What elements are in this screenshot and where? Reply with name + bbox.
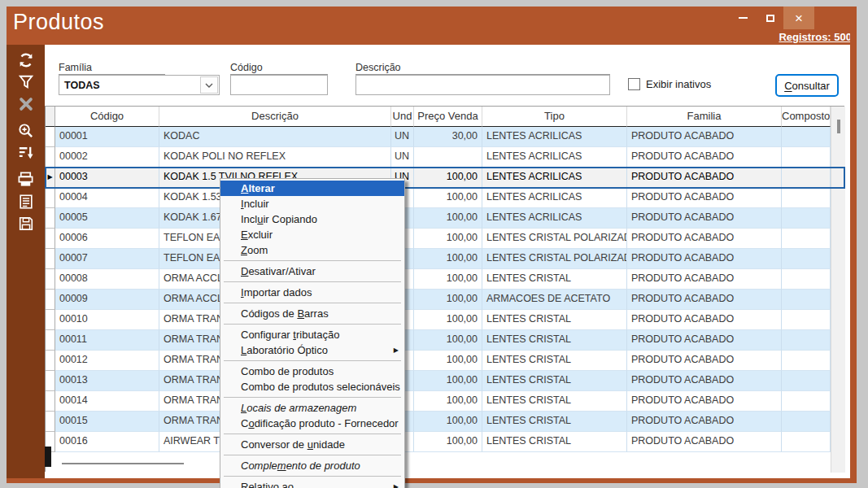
table-cell[interactable]: PRODUTO ACABADO — [627, 351, 782, 371]
table-row[interactable]: 00002KODAK POLI NO REFLEXUNLENTES ACRILI… — [46, 147, 844, 168]
table-cell[interactable]: LENTES ACRILICAS — [482, 188, 627, 208]
context-menu-item[interactable]: Desativar/Ativar — [220, 264, 404, 279]
context-menu-item[interactable]: Locais de armazenagem — [220, 400, 404, 416]
table-row[interactable]: 00016AIRWEAR TRANS100,00LENTES CRISTALPR… — [46, 432, 844, 452]
table-cell[interactable]: PRODUTO ACABADO — [627, 229, 782, 249]
table-cell[interactable]: 100,00 — [414, 412, 482, 432]
table-cell[interactable]: LENTES CRISTAL — [482, 310, 627, 330]
table-cell[interactable]: UN — [391, 147, 414, 168]
exibir-inativos-checkbox[interactable] — [628, 78, 640, 90]
table-row[interactable]: 00011ORMA TRANSITI100,00LENTES CRISTALPR… — [46, 330, 844, 351]
close-button[interactable]: × — [783, 7, 814, 29]
table-cell[interactable] — [782, 147, 831, 168]
table-cell[interactable] — [782, 208, 831, 229]
table-cell[interactable] — [782, 229, 831, 249]
table-cell[interactable]: LENTES CRISTAL — [482, 351, 627, 371]
table-cell[interactable]: PRODUTO ACABADO — [627, 290, 782, 310]
table-cell[interactable]: 100,00 — [414, 168, 482, 188]
table-cell[interactable]: PRODUTO ACABADO — [627, 188, 782, 208]
table-cell[interactable]: PRODUTO ACABADO — [627, 330, 782, 351]
column-header[interactable]: Composto — [782, 107, 831, 127]
table-cell[interactable]: 00011 — [55, 330, 159, 351]
table-cell[interactable] — [414, 147, 482, 168]
sort-button[interactable] — [7, 142, 45, 163]
table-row[interactable]: 00013ORMA TRANSITI100,00LENTES CRISTALPR… — [46, 371, 844, 391]
table-row[interactable]: 00015ORMA TRANSITI100,00LENTES CRISTALPR… — [46, 412, 844, 432]
table-cell[interactable]: LENTES CRISTAL POLARIZADAS — [482, 229, 627, 249]
column-header[interactable]: Familia — [627, 107, 782, 127]
table-cell[interactable]: LENTES CRISTAL — [482, 330, 627, 351]
table-cell[interactable]: 100,00 — [414, 269, 482, 290]
table-cell[interactable]: 00005 — [55, 208, 159, 229]
table-cell[interactable]: LENTES ACRILICAS — [482, 168, 627, 188]
table-cell[interactable]: 00010 — [55, 310, 159, 330]
column-header[interactable]: Descrição — [159, 107, 391, 127]
table-cell[interactable]: 00012 — [55, 351, 159, 371]
context-menu-item[interactable]: Incluir Copiando — [220, 211, 404, 227]
table-cell[interactable]: LENTES ACRILICAS — [482, 127, 627, 147]
context-menu-item[interactable]: Incluir — [220, 196, 404, 211]
table-cell[interactable]: PRODUTO ACABADO — [627, 412, 782, 432]
table-cell[interactable] — [782, 290, 831, 310]
table-cell[interactable]: 30,00 — [414, 127, 482, 147]
cancel-button[interactable] — [7, 93, 45, 115]
table-cell[interactable]: KODAK POLI NO REFLEX — [159, 147, 391, 168]
table-row[interactable]: 00008ORMA ACCLIMA100,00LENTES CRISTALPRO… — [46, 269, 844, 290]
table-cell[interactable]: 00016 — [55, 432, 159, 452]
table-cell[interactable] — [782, 412, 831, 432]
context-menu-item[interactable]: Laboratório Óptico▶ — [220, 342, 404, 358]
table-cell[interactable] — [782, 371, 831, 391]
table-cell[interactable] — [782, 310, 831, 330]
table-cell[interactable]: LENTES CRISTAL — [482, 371, 627, 391]
table-cell[interactable]: PRODUTO ACABADO — [627, 168, 782, 188]
table-row[interactable]: 00012ORMA TRANSITI100,00LENTES CRISTALPR… — [46, 351, 844, 371]
table-cell[interactable]: ARMACOES DE ACETATO — [482, 290, 627, 310]
table-cell[interactable]: 100,00 — [414, 208, 482, 229]
table-cell[interactable]: LENTES CRISTAL POLARIZADAS — [482, 249, 627, 269]
context-menu-item[interactable]: Excluir — [220, 227, 404, 242]
table-row[interactable]: 00001KODACUN30,00LENTES ACRILICASPRODUTO… — [46, 127, 844, 147]
column-header[interactable]: Tipo — [482, 107, 627, 127]
print-button[interactable] — [7, 168, 45, 190]
table-cell[interactable] — [782, 330, 831, 351]
table-cell[interactable] — [782, 188, 831, 208]
table-cell[interactable]: 00008 — [55, 269, 159, 290]
table-cell[interactable]: PRODUTO ACABADO — [627, 208, 782, 229]
table-cell[interactable]: 00002 — [55, 147, 159, 168]
table-cell[interactable]: KODAC — [159, 127, 391, 147]
descricao-input[interactable] — [355, 75, 610, 95]
table-cell[interactable] — [782, 249, 831, 269]
familia-select[interactable]: TODAS — [59, 75, 220, 95]
column-header[interactable]: Und — [391, 107, 414, 127]
context-menu-item[interactable]: Combo de produtos — [220, 364, 404, 379]
horizontal-scrollbar[interactable] — [46, 452, 831, 473]
table-cell[interactable]: 100,00 — [414, 310, 482, 330]
table-cell[interactable]: PRODUTO ACABADO — [627, 310, 782, 330]
table-cell[interactable] — [782, 269, 831, 290]
consultar-button[interactable]: Consultar — [775, 74, 839, 97]
context-menu-item[interactable]: Alterar — [220, 181, 404, 196]
table-row[interactable]: 00007TEFLON EASY CA100,00LENTES CRISTAL … — [46, 249, 844, 269]
table-cell[interactable]: PRODUTO ACABADO — [627, 432, 782, 452]
table-cell[interactable] — [782, 127, 831, 147]
table-cell[interactable]: 100,00 — [414, 290, 482, 310]
table-cell[interactable]: PRODUTO ACABADO — [627, 269, 782, 290]
table-cell[interactable] — [782, 351, 831, 371]
table-cell[interactable]: 100,00 — [414, 188, 482, 208]
table-cell[interactable]: 100,00 — [414, 330, 482, 351]
table-cell[interactable] — [782, 432, 831, 452]
vertical-scrollbar[interactable] — [831, 107, 845, 473]
horizontal-scrollbar-thumb[interactable] — [62, 463, 184, 464]
table-row[interactable]: 00006TEFLON EASY CA100,00LENTES CRISTAL … — [46, 229, 844, 249]
table-cell[interactable]: LENTES CRISTAL — [482, 269, 627, 290]
codigo-input[interactable] — [230, 75, 328, 95]
table-row[interactable]: 00004KODAK 1.53 NO100,00LENTES ACRILICAS… — [46, 188, 844, 208]
familia-dropdown-button[interactable] — [200, 76, 218, 94]
table-cell[interactable]: 00013 — [55, 371, 159, 391]
table-cell[interactable]: 00004 — [55, 188, 159, 208]
table-cell[interactable]: LENTES ACRILICAS — [482, 147, 627, 168]
zoom-button[interactable] — [7, 120, 45, 142]
table-cell[interactable]: UN — [391, 127, 414, 147]
table-cell[interactable]: 00014 — [55, 391, 159, 412]
table-cell[interactable]: PRODUTO ACABADO — [627, 371, 782, 391]
